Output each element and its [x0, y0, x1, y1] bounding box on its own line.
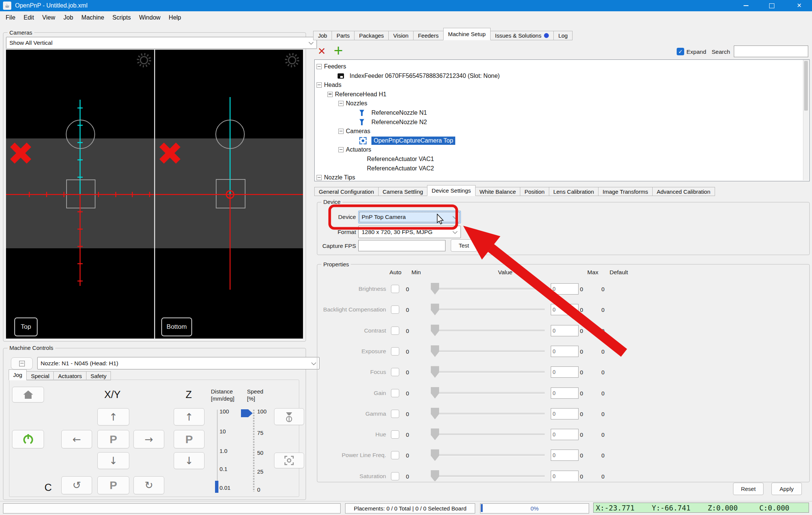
auto-checkbox[interactable] — [391, 368, 399, 376]
park-xy-button[interactable]: P — [97, 430, 129, 448]
auto-checkbox[interactable] — [391, 347, 399, 355]
tree-row-referencehead-3[interactable]: ReferenceHead H1 — [315, 90, 809, 99]
tree-expander-icon[interactable] — [338, 129, 344, 134]
value-slider-handle[interactable] — [431, 428, 439, 440]
auto-checkbox[interactable] — [391, 305, 399, 314]
power-button[interactable] — [12, 430, 44, 448]
tree-row-referenceactuator-10[interactable]: ReferenceActuator VAC1 — [315, 155, 809, 164]
apply-button[interactable]: Apply — [771, 483, 802, 495]
tab-log[interactable]: Log — [554, 31, 573, 40]
expand-checkbox[interactable]: ✓ — [677, 48, 684, 55]
tab-packages[interactable]: Packages — [354, 31, 389, 40]
value-slider-track[interactable] — [433, 392, 545, 394]
jog-y-plus-button[interactable]: ↑ — [97, 408, 129, 425]
value-slider-handle[interactable] — [431, 449, 439, 461]
park-z-button[interactable] — [274, 408, 304, 425]
tree-expander-icon[interactable] — [317, 82, 322, 88]
tab-job[interactable]: Job — [313, 31, 332, 40]
controls-tab-actuators[interactable]: Actuators — [54, 371, 86, 380]
center-camera-button[interactable] — [274, 453, 304, 468]
auto-checkbox[interactable] — [391, 451, 399, 459]
menu-window[interactable]: Window — [135, 14, 165, 21]
value-slider-track[interactable] — [433, 371, 545, 373]
controls-tab-jog[interactable]: Jog — [9, 369, 27, 380]
home-button[interactable] — [12, 387, 44, 403]
tree-row-heads-2[interactable]: Heads — [315, 81, 809, 90]
auto-checkbox[interactable] — [391, 389, 399, 397]
menu-edit[interactable]: Edit — [20, 14, 38, 21]
tree-row-referencenozzle-6[interactable]: ReferenceNozzle N2 — [315, 118, 809, 127]
tree-expander-icon[interactable] — [317, 175, 322, 180]
settings-tab-device-settings[interactable]: Device Settings — [427, 185, 475, 196]
settings-tab-lens-calibration[interactable]: Lens Calibration — [549, 187, 598, 196]
settings-tab-white-balance[interactable]: White Balance — [476, 187, 521, 196]
menu-job[interactable]: Job — [59, 14, 77, 21]
format-selector[interactable]: 1280 x 720, 30 FPS, MJPG — [358, 226, 461, 238]
tree-scrollbar-thumb[interactable] — [804, 61, 808, 111]
auto-checkbox[interactable] — [391, 430, 399, 439]
value-slider-track[interactable] — [433, 454, 545, 456]
tree-row-cameras-7[interactable]: Cameras — [315, 127, 809, 136]
value-slider-handle[interactable] — [431, 408, 439, 419]
value-slider-track[interactable] — [433, 288, 545, 290]
tree-expander-icon[interactable] — [338, 101, 344, 106]
value-slider-handle[interactable] — [431, 345, 439, 357]
settings-tab-camera-settling[interactable]: Camera Settling — [379, 187, 428, 196]
tree-row-openpnpcapturecamera-8[interactable]: OpenPnpCaptureCamera Top — [315, 136, 809, 145]
jog-z-minus-button[interactable]: ↓ — [174, 452, 205, 469]
tree-expander-icon[interactable] — [327, 92, 333, 97]
close-button[interactable]: ✕ — [788, 0, 811, 11]
value-slider-handle[interactable] — [431, 387, 439, 399]
speed-slider-track[interactable] — [253, 410, 255, 492]
tab-machine-setup[interactable]: Machine Setup — [443, 28, 491, 40]
park-c-button[interactable]: P — [97, 476, 129, 494]
value-slider-track[interactable] — [433, 308, 545, 311]
tree-expander-icon[interactable] — [317, 64, 322, 69]
distance-slider-handle[interactable] — [215, 481, 218, 493]
nozzle-selector[interactable]: Nozzle: N1 - N045 (Head: H1) — [37, 357, 320, 369]
park-z-p-button[interactable]: P — [174, 430, 205, 448]
tree-row-indexfeeder-1[interactable]: IndexFeeder 0670FF565457888367212340 (Sl… — [315, 71, 809, 81]
collapse-controls-button[interactable] — [11, 357, 33, 369]
settings-tab-position[interactable]: Position — [520, 187, 549, 196]
maximize-button[interactable] — [760, 0, 783, 11]
auto-checkbox[interactable] — [391, 285, 399, 293]
minimize-button[interactable] — [734, 0, 757, 11]
camera-view-canvas[interactable] — [6, 50, 303, 339]
reset-button[interactable]: Reset — [733, 483, 764, 495]
tree-row-nozzle-12[interactable]: Nozzle Tips — [315, 173, 809, 181]
machine-setup-tree[interactable]: FeedersIndexFeeder 0670FF565457888367212… — [314, 59, 810, 181]
delete-button[interactable]: ✕ — [315, 44, 329, 58]
jog-z-plus-button[interactable]: ↑ — [174, 408, 205, 425]
jog-y-minus-button[interactable]: ↓ — [97, 452, 129, 469]
controls-tab-safety[interactable]: Safety — [86, 371, 111, 380]
value-slider-track[interactable] — [433, 475, 545, 477]
tree-scrollbar[interactable] — [803, 60, 809, 180]
value-slider-handle[interactable] — [431, 304, 439, 315]
auto-checkbox[interactable] — [391, 410, 399, 418]
tree-row-nozzles-4[interactable]: Nozzles — [315, 99, 809, 108]
menu-machine[interactable]: Machine — [77, 14, 108, 21]
jog-x-plus-button[interactable]: → — [133, 430, 164, 448]
add-button[interactable]: + — [330, 42, 347, 59]
tree-row-referenceactuator-11[interactable]: ReferenceActuator VAC2 — [315, 164, 809, 173]
value-slider-track[interactable] — [433, 350, 545, 352]
controls-tab-special[interactable]: Special — [27, 371, 54, 380]
capture-fps-input[interactable] — [358, 240, 445, 251]
jog-x-minus-button[interactable]: ← — [61, 430, 92, 448]
tab-parts[interactable]: Parts — [332, 31, 354, 40]
value-slider-track[interactable] — [433, 433, 545, 436]
tab-issues-solutions[interactable]: Issues & Solutions — [491, 31, 554, 40]
rotate-ccw-button[interactable]: ↺ — [61, 476, 92, 494]
settings-tab-image-transforms[interactable]: Image Transforms — [598, 187, 653, 196]
value-slider-handle[interactable] — [431, 283, 439, 295]
search-input[interactable] — [734, 46, 808, 57]
value-slider-track[interactable] — [433, 413, 545, 415]
menu-file[interactable]: File — [2, 14, 20, 21]
rotate-cw-button[interactable]: ↻ — [133, 476, 164, 494]
tab-vision[interactable]: Vision — [389, 31, 414, 40]
auto-checkbox[interactable] — [391, 327, 399, 335]
settings-tab-general-configuration[interactable]: General Configuration — [314, 187, 379, 196]
distance-slider-track[interactable] — [217, 410, 218, 492]
value-slider-track[interactable] — [433, 330, 545, 332]
